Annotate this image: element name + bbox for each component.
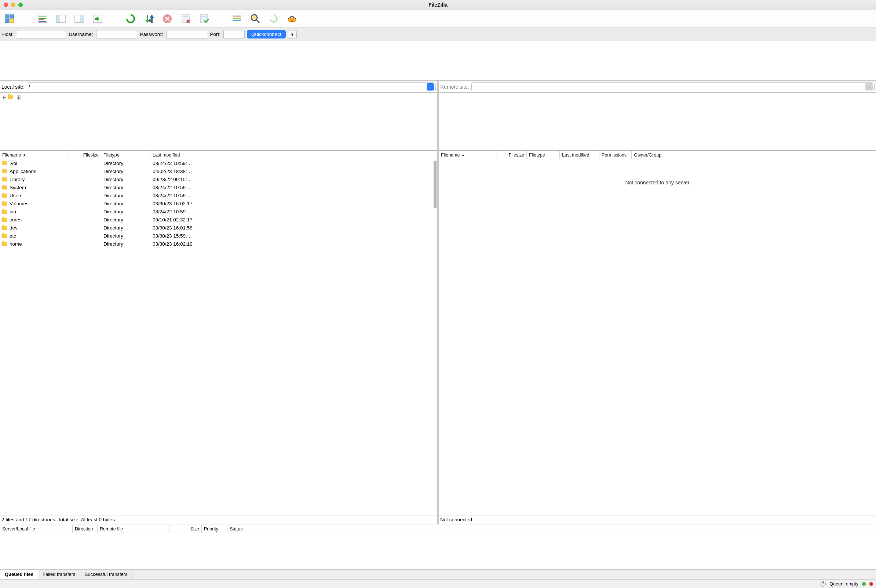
folder-icon	[2, 210, 8, 214]
toggle-local-tree-button[interactable]	[53, 11, 69, 26]
remote-columns-header: Filename▲ Filesize Filetype Last modifie…	[439, 151, 876, 159]
file-type: Directory	[101, 209, 150, 214]
chevron-down-icon: ⌄	[865, 83, 873, 90]
refresh-button[interactable]	[123, 11, 139, 26]
quickconnect-history-dropdown[interactable]: ▼	[288, 30, 297, 39]
toggle-message-log-button[interactable]	[35, 11, 51, 26]
file-name: dev	[9, 225, 18, 231]
file-name: home	[9, 241, 22, 247]
column-filesize[interactable]: Filesize	[497, 151, 527, 159]
directory-listing-filter-button[interactable]	[229, 11, 245, 26]
file-row[interactable]: SystemDirectory08/24/22 10:59:…	[0, 183, 437, 191]
reconnect-button[interactable]	[196, 11, 212, 26]
file-row[interactable]: .volDirectory08/24/22 10:59:…	[0, 159, 437, 167]
remote-directory-tree[interactable]	[439, 93, 876, 151]
local-site-label: Local site:	[2, 84, 25, 90]
remote-summary: Not connected.	[439, 515, 876, 524]
column-filesize[interactable]: Filesize	[69, 151, 101, 159]
folder-icon	[2, 202, 8, 206]
scrollbar-thumb[interactable]	[434, 160, 437, 208]
file-modified: 08/24/22 10:59:…	[150, 185, 437, 190]
file-row[interactable]: UsersDirectory08/24/22 10:59:…	[0, 191, 437, 200]
tree-node-root[interactable]: ▶ /	[3, 94, 434, 100]
file-name: bin	[9, 209, 16, 214]
file-type: Directory	[101, 160, 150, 166]
folder-icon	[2, 170, 8, 173]
svg-point-31	[291, 18, 296, 22]
column-direction[interactable]: Direction	[73, 525, 98, 532]
file-search-button[interactable]	[284, 11, 300, 26]
queue-columns-header: Server/Local file Direction Remote file …	[0, 525, 876, 533]
toggle-log-icon	[37, 13, 48, 24]
file-type: Directory	[101, 169, 150, 174]
queue-body[interactable]	[0, 533, 876, 569]
file-type: Directory	[101, 201, 150, 206]
file-modified: 03/30/23 15:59:…	[150, 233, 437, 238]
tree-node-label: /	[17, 94, 21, 100]
file-row[interactable]: homeDirectory03/30/23 16:02:19	[0, 240, 437, 248]
column-filename[interactable]: Filename▲	[439, 151, 497, 159]
username-input[interactable]	[96, 30, 137, 39]
remote-file-rows[interactable]: Not connected to any server	[439, 159, 876, 515]
column-remote-file[interactable]: Remote file	[98, 525, 170, 532]
password-label: Password:	[140, 32, 164, 37]
username-label: Username:	[68, 32, 94, 37]
column-filetype[interactable]: Filetype	[527, 151, 560, 159]
column-permissions[interactable]: Permissions	[600, 151, 632, 159]
column-server-file[interactable]: Server/Local file	[0, 525, 73, 532]
local-site-combo[interactable]: / ⌄	[27, 82, 436, 91]
svg-rect-3	[10, 19, 14, 23]
file-modified: 03/30/23 16:02:17	[150, 201, 437, 206]
file-type: Directory	[101, 177, 150, 182]
toggle-transfer-queue-button[interactable]	[90, 11, 106, 26]
tab-successful-transfers[interactable]: Successful transfers	[80, 570, 132, 579]
file-row[interactable]: binDirectory08/24/22 10:59:…	[0, 207, 437, 216]
file-row[interactable]: devDirectory03/30/23 16:01:58	[0, 224, 437, 232]
toggle-local-tree-icon	[56, 13, 66, 24]
tab-failed-transfers[interactable]: Failed transfers	[38, 570, 80, 579]
synchronized-browsing-button[interactable]	[266, 11, 282, 26]
column-status[interactable]: Status	[227, 525, 876, 532]
file-type: Directory	[101, 185, 150, 190]
refresh-icon	[125, 13, 136, 24]
svg-point-28	[253, 16, 256, 19]
file-row[interactable]: ApplicationsDirectory04/02/23 18:38:…	[0, 167, 437, 175]
message-log[interactable]	[0, 41, 876, 81]
local-file-list: Filename▲ Filesize Filetype Last modifie…	[0, 151, 437, 524]
help-icon[interactable]: ?	[820, 581, 826, 586]
file-row[interactable]: VolumesDirectory03/30/23 16:02:17	[0, 200, 437, 207]
remote-site-label: Remote site:	[440, 84, 469, 90]
file-row[interactable]: coresDirectory09/10/21 02:32:17	[0, 216, 437, 224]
file-type: Directory	[101, 233, 150, 238]
quickconnect-button[interactable]: Quickconnect	[247, 30, 286, 39]
column-priority[interactable]: Priority	[202, 525, 227, 532]
column-size[interactable]: Size	[170, 525, 202, 532]
password-input[interactable]	[166, 30, 207, 39]
file-name: System	[9, 185, 26, 190]
port-input[interactable]	[223, 30, 245, 39]
column-owner-group[interactable]: Owner/Group	[632, 151, 876, 159]
local-file-rows[interactable]: .volDirectory08/24/22 10:59:…Application…	[0, 159, 437, 515]
host-input[interactable]	[17, 30, 66, 39]
column-last-modified[interactable]: Last modified	[560, 151, 600, 159]
column-last-modified[interactable]: Last modified	[150, 151, 437, 159]
disclosure-triangle-icon[interactable]: ▶	[3, 95, 7, 100]
folder-icon	[2, 234, 8, 238]
column-filetype[interactable]: Filetype	[101, 151, 150, 159]
remote-site-combo[interactable]: ⌄	[471, 82, 874, 91]
file-row[interactable]: LibraryDirectory09/23/22 09:15:…	[0, 175, 437, 183]
toggle-remote-tree-button[interactable]	[71, 11, 87, 26]
site-manager-button[interactable]	[2, 11, 18, 26]
remote-site-row: Remote site: ⌄	[439, 81, 876, 93]
file-modified: 03/30/23 16:01:58	[150, 225, 437, 231]
cancel-operation-button[interactable]	[159, 11, 175, 26]
local-directory-tree[interactable]: ▶ /	[0, 93, 437, 151]
file-row[interactable]: etcDirectory03/30/23 15:59:…	[0, 232, 437, 240]
queue-status-text: Queue: empty	[829, 581, 858, 586]
tab-queued-files[interactable]: Queued files	[0, 570, 38, 579]
disconnect-button[interactable]	[177, 11, 194, 26]
column-filename[interactable]: Filename▲	[0, 151, 69, 159]
directory-compare-button[interactable]	[247, 11, 263, 26]
process-queue-button[interactable]	[141, 11, 157, 26]
svg-rect-0	[6, 15, 9, 18]
